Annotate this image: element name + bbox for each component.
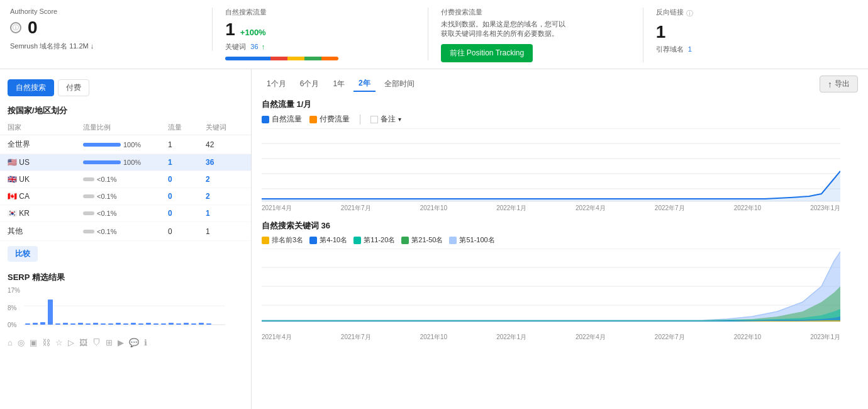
kw-legend-4-10: 第4-10名 xyxy=(309,235,347,245)
tab-organic[interactable]: 自然搜索 xyxy=(8,79,54,96)
legend-label-organic: 自然流量 xyxy=(272,114,302,125)
svg-rect-10 xyxy=(86,323,91,325)
kw-label-21-50: 第21-50名 xyxy=(411,235,443,245)
icon-home: ⌂ xyxy=(8,338,13,347)
keywords-num: 1 xyxy=(206,227,243,236)
kw-x-label: 2022年10 xyxy=(734,333,761,342)
authority-score-section: Authority Score ⓘ 0 Semrush 域名排名 11.2M ↓ xyxy=(10,8,213,51)
bar-container: <0.1% xyxy=(83,210,168,217)
kr-flag: 🇰🇷 xyxy=(8,209,17,218)
backlinks-section: 反向链接 ⓘ 1 引荐域名 1 xyxy=(643,8,858,54)
note-label: 备注 xyxy=(381,114,396,125)
keywords-count: 36 xyxy=(250,43,258,50)
svg-rect-3 xyxy=(33,323,38,325)
svg-rect-15 xyxy=(123,323,128,325)
icon-trophy: ⛉ xyxy=(92,338,101,347)
kw-x-label: 2021年10 xyxy=(420,333,447,342)
svg-rect-7 xyxy=(63,323,68,325)
country-row-uk: 🇬🇧 UK <0.1% 0 2 xyxy=(0,171,251,188)
svg-rect-26 xyxy=(206,323,211,325)
paid-traffic-label: 付费搜索流量 xyxy=(441,8,630,17)
serp-chart-area: 17% 8% 0% xyxy=(8,287,243,333)
kw-x-label: 2021年7月 xyxy=(341,333,371,342)
country-name: 全世界 xyxy=(8,139,83,150)
icon-star: ☆ xyxy=(55,338,63,347)
serp-y-labels: 17% 8% 0% xyxy=(8,287,20,331)
time-btn-1m[interactable]: 1个月 xyxy=(262,77,291,91)
export-label: 导出 xyxy=(835,79,850,89)
note-chevron: ▾ xyxy=(398,116,401,123)
organic-traffic-value: 1 xyxy=(225,20,235,40)
traffic-num: 0 xyxy=(168,175,206,184)
keywords-arrow: ↑ xyxy=(262,43,265,50)
traffic-bar xyxy=(83,177,94,181)
keywords-svg: 40 30 20 10 0 G G G G G G G G G xyxy=(262,249,840,324)
country-name: 其他 xyxy=(8,226,83,237)
kw-x-label: 2021年4月 xyxy=(262,333,292,342)
icon-row: ⌂ ◎ ▣ ⛓ ☆ ▷ 🖼 ⛉ ⊞ ▶ 💬 ℹ xyxy=(8,335,243,350)
traffic-num: 1 xyxy=(168,158,206,167)
legend-divider xyxy=(360,115,360,125)
time-btn-1y[interactable]: 1年 xyxy=(328,77,350,91)
svg-rect-23 xyxy=(184,323,189,325)
paid-traffic-note: 未找到数据。如果这是您的域名，您可以获取关键词排名相关的所有必要数据。 xyxy=(441,20,567,39)
traffic-bar xyxy=(83,211,94,215)
x-label: 2022年7月 xyxy=(655,204,685,213)
legend-note: 备注 ▾ xyxy=(370,114,401,125)
svg-rect-14 xyxy=(116,323,121,325)
country-table-header: 国家 流量比例 流量 关键词 xyxy=(0,120,251,135)
organic-traffic-change: +100% xyxy=(240,28,266,37)
authority-icon: ⓘ xyxy=(10,22,21,33)
legend-paid: 付费流量 xyxy=(309,114,350,125)
icon-grid: ⊞ xyxy=(106,338,113,347)
keywords-count-row: 关键词 36 ↑ xyxy=(225,42,415,52)
position-tracking-btn[interactable]: 前往 Position Tracking xyxy=(441,44,533,62)
icon-play: ▷ xyxy=(68,338,74,347)
legend-organic: 自然流量 xyxy=(262,114,302,125)
serp-svg xyxy=(24,287,225,331)
keywords-chart-section: 自然搜索关键词 36 排名前3名 第4-10名 第11-20名 第21-50名 xyxy=(262,220,858,342)
svg-rect-13 xyxy=(108,323,113,325)
kw-dot-4-10 xyxy=(309,237,317,244)
time-btn-6m[interactable]: 6个月 xyxy=(295,77,325,91)
serp-y-17: 17% xyxy=(8,287,20,294)
kw-dot-51-100 xyxy=(449,237,457,244)
legend-dot-organic xyxy=(262,116,269,123)
keywords-label: 关键词 xyxy=(225,43,246,50)
icon-chat: 💬 xyxy=(129,338,139,347)
icon-doc: ▣ xyxy=(30,338,37,347)
compare-button[interactable]: 比较 xyxy=(8,246,38,262)
backlinks-label: 反向链接 xyxy=(656,8,684,17)
bar-container: 100% xyxy=(83,141,168,148)
col-keywords: 关键词 xyxy=(206,123,243,132)
svg-rect-6 xyxy=(55,323,60,325)
left-panel: 自然搜索 付费 按国家/地区划分 国家 流量比例 流量 关键词 全世界 100%… xyxy=(0,69,252,409)
traffic-color-bar xyxy=(225,57,338,60)
kw-legend-11-20: 第11-20名 xyxy=(353,235,395,245)
country-name: 🇺🇸 US xyxy=(8,158,83,167)
time-btn-2y[interactable]: 2年 xyxy=(353,76,376,92)
tab-paid[interactable]: 付费 xyxy=(58,79,89,96)
traffic-pct: 100% xyxy=(123,141,141,148)
icon-info2: ℹ xyxy=(144,338,147,347)
time-bar: 1个月 6个月 1年 2年 全部时间 ↑ 导出 xyxy=(262,76,858,92)
kw-label-51-100: 第51-100名 xyxy=(459,235,494,245)
traffic-num: 0 xyxy=(168,227,206,236)
svg-rect-9 xyxy=(78,323,83,325)
keywords-num: 2 xyxy=(206,192,243,201)
time-btn-all[interactable]: 全部时间 xyxy=(379,77,420,91)
note-icon xyxy=(370,116,378,123)
export-button[interactable]: ↑ 导出 xyxy=(820,76,858,92)
serp-bars xyxy=(24,287,243,333)
kw-label-11-20: 第11-20名 xyxy=(364,235,395,245)
x-label: 2021年10 xyxy=(420,204,447,213)
traffic-bar xyxy=(83,194,94,198)
kw-dot-11-20 xyxy=(353,237,361,244)
country-name: 🇨🇦 CA xyxy=(8,192,83,201)
keywords-chart-wrap: 40 30 20 10 0 G G G G G G G G G xyxy=(262,249,858,342)
bar-container: <0.1% xyxy=(83,176,168,183)
traffic-bar xyxy=(83,160,121,164)
metrics-bar: Authority Score ⓘ 0 Semrush 域名排名 11.2M ↓… xyxy=(0,0,868,69)
svg-rect-5 xyxy=(48,300,53,325)
serp-y-0: 0% xyxy=(8,322,20,328)
